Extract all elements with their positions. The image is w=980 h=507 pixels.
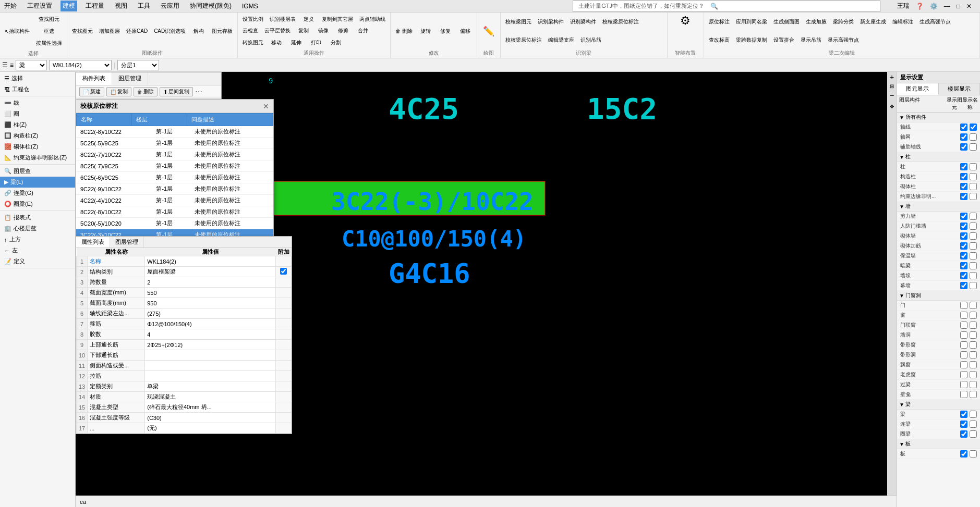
- props-tab-list[interactable]: 属性列表: [76, 237, 110, 248]
- right-show-checkbox[interactable]: [960, 331, 967, 339]
- btn-cad-identify[interactable]: CAD识别选项: [151, 24, 188, 39]
- btn-repair[interactable]: 修复: [436, 26, 455, 37]
- right-name-checkbox[interactable]: [970, 391, 977, 398]
- right-show-checkbox[interactable]: [960, 430, 967, 438]
- left-item-project[interactable]: 🏗 工程仓: [0, 84, 75, 95]
- btn-apply-name[interactable]: 应用到同名梁: [733, 16, 770, 28]
- props-cell-val[interactable]: 2Φ25+(2Φ12): [145, 340, 276, 350]
- right-name-checkbox[interactable]: [970, 361, 977, 368]
- btn-offset[interactable]: 偏移: [456, 26, 475, 37]
- props-cell-check[interactable]: [276, 267, 292, 277]
- btn-copy-to-other[interactable]: 复制到其它层: [319, 14, 356, 25]
- left-item-masonry-col[interactable]: 🧱 砌体柱(Z): [0, 141, 75, 152]
- right-name-checkbox[interactable]: [970, 282, 977, 289]
- btn-cloud-check[interactable]: 云检查: [240, 25, 261, 36]
- btn-flatten-replace[interactable]: 云平层替换: [262, 25, 293, 36]
- props-cell-val[interactable]: (C30): [145, 413, 276, 423]
- canvas-area[interactable]: 9 4C25 15C2 3C22(-3)/10C22 C10@100/150(4…: [76, 72, 897, 507]
- btn-pick[interactable]: ↖抬取构件: [2, 24, 32, 39]
- search-bar[interactable]: 土建计量GTJ中，图纸定位错了，如何重新定位？ 🔍: [573, 1, 880, 12]
- right-show-checkbox[interactable]: [960, 143, 967, 151]
- right-show-checkbox[interactable]: [960, 173, 967, 180]
- right-tab-element[interactable]: 图元显示: [897, 83, 939, 95]
- btn-extend[interactable]: 延伸: [287, 37, 306, 48]
- btn-smart-layout[interactable]: ⚙: [670, 14, 701, 28]
- right-show-checkbox[interactable]: [960, 321, 967, 329]
- btn-span-copy[interactable]: 梁跨数据复制: [733, 34, 770, 46]
- props-tab-layer[interactable]: 图层管理: [110, 237, 144, 248]
- btn-find-layer[interactable]: 查找图元: [69, 24, 95, 39]
- props-cell-val[interactable]: 现浇混凝土: [145, 392, 276, 402]
- props-cell-name[interactable]: 名称: [88, 256, 145, 267]
- btn-rotate[interactable]: 旋转: [416, 26, 435, 37]
- right-name-checkbox[interactable]: [970, 143, 977, 151]
- right-show-checkbox[interactable]: [960, 163, 967, 170]
- expand-icon[interactable]: ▼: [899, 293, 904, 299]
- btn-identify-col-list[interactable]: 识别楼层表: [267, 14, 298, 25]
- right-name-checkbox[interactable]: [970, 381, 977, 388]
- right-show-checkbox[interactable]: [960, 302, 967, 309]
- btn-find-element[interactable]: 查找图元: [33, 14, 65, 25]
- btn-define[interactable]: 定义: [299, 14, 318, 25]
- btn-identify-minor-beam[interactable]: 识别吊筋: [578, 34, 604, 46]
- btn-identify-beam-table[interactable]: 识别梁构件: [535, 16, 566, 28]
- btn-correct-high[interactable]: 查改标高: [706, 34, 732, 46]
- btn-beam-class[interactable]: 梁跨分类: [830, 16, 856, 28]
- right-show-checkbox[interactable]: [960, 123, 967, 131]
- expand-icon[interactable]: ▼: [899, 441, 904, 447]
- btn-delete[interactable]: 🗑 删除: [134, 87, 158, 96]
- right-name-checkbox[interactable]: [970, 262, 977, 269]
- right-show-checkbox[interactable]: [960, 341, 967, 349]
- check-row[interactable]: 8C22(-7)/10C22 第-1层 未使用的原位标注: [76, 149, 273, 160]
- menu-view[interactable]: 视图: [113, 1, 129, 11]
- left-item-floor-blue[interactable]: 🏢 心楼层蓝: [0, 223, 75, 234]
- right-name-checkbox[interactable]: [970, 133, 977, 141]
- right-name-checkbox[interactable]: [970, 272, 977, 279]
- check-row[interactable]: 9C22(-9)/10C22 第-1层 未使用的原位标注: [76, 183, 273, 195]
- btn-select-area[interactable]: 框选: [33, 26, 65, 37]
- btn-gen-plus[interactable]: 生成加腋: [803, 16, 829, 28]
- right-show-checkbox[interactable]: [960, 312, 967, 319]
- right-name-checkbox[interactable]: [970, 173, 977, 180]
- check-row[interactable]: 6C25(-6)/9C25 第-1层 未使用的原位标注: [76, 172, 273, 183]
- props-cell-val[interactable]: (无): [145, 423, 276, 434]
- right-name-checkbox[interactable]: [970, 331, 977, 339]
- left-item-report[interactable]: 📋 报表式: [0, 212, 75, 223]
- right-name-checkbox[interactable]: [970, 351, 977, 358]
- btn-unlock[interactable]: 解构: [189, 24, 208, 39]
- left-item-column[interactable]: ⬛ 柱(Z): [0, 119, 75, 130]
- btn-correct[interactable]: 修剪: [334, 25, 353, 36]
- btn-element-board[interactable]: 图元存板: [209, 24, 235, 39]
- zoom-fit-icon[interactable]: ⊞: [889, 82, 895, 90]
- right-name-checkbox[interactable]: [970, 232, 977, 240]
- btn-show-hanger[interactable]: 显示吊筋: [798, 34, 824, 46]
- right-show-checkbox[interactable]: [960, 242, 967, 250]
- left-item-left[interactable]: ← 左: [0, 245, 75, 256]
- left-item-struct-col[interactable]: 🔲 构造柱(Z): [0, 130, 75, 141]
- btn-beam-table[interactable]: 校核梁原位标注: [503, 34, 545, 46]
- btn-gen-face-view[interactable]: 生成侧面图: [771, 16, 802, 28]
- right-name-checkbox[interactable]: [970, 123, 977, 131]
- right-name-checkbox[interactable]: [970, 371, 977, 378]
- right-show-checkbox[interactable]: [960, 421, 967, 428]
- menu-quantities[interactable]: 工程量: [83, 1, 106, 11]
- props-cell-val[interactable]: [145, 361, 276, 371]
- btn-floor-select[interactable]: 按属性选择: [33, 38, 65, 49]
- right-show-checkbox[interactable]: [960, 272, 967, 279]
- struct-tab-list[interactable]: 构件列表: [76, 72, 112, 85]
- left-item-circle[interactable]: ⬜ 圈: [0, 108, 75, 119]
- props-cell-val[interactable]: [145, 350, 276, 361]
- expand-icon[interactable]: ▼: [899, 154, 904, 160]
- right-name-checkbox[interactable]: [970, 312, 977, 319]
- btn-print[interactable]: 打印: [307, 37, 325, 48]
- menu-start[interactable]: 开始: [2, 1, 19, 11]
- maximize-icon[interactable]: □: [954, 2, 962, 11]
- right-show-checkbox[interactable]: [960, 193, 967, 200]
- menu-igms[interactable]: IGMS: [240, 2, 260, 11]
- right-show-checkbox[interactable]: [960, 222, 967, 230]
- btn-move[interactable]: 移动: [267, 37, 286, 48]
- right-show-checkbox[interactable]: [960, 450, 967, 457]
- btn-copy2[interactable]: 复制: [294, 25, 313, 36]
- right-name-checkbox[interactable]: [970, 411, 977, 418]
- help-icon[interactable]: ❓: [914, 2, 926, 11]
